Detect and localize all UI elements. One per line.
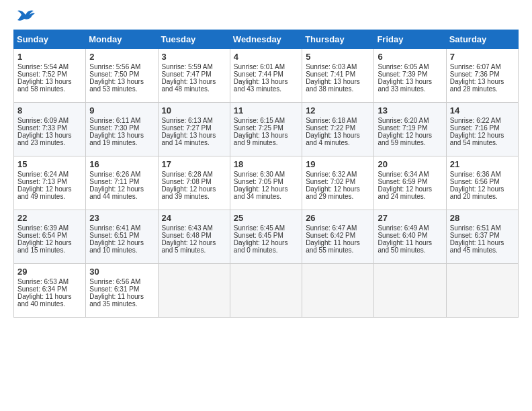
- day-number: 27: [378, 213, 442, 223]
- calendar-cell: 19Sunrise: 6:32 AMSunset: 7:02 PMDayligh…: [302, 156, 374, 210]
- page-header: [13, 13, 519, 23]
- day-number: 14: [450, 105, 515, 116]
- day-number: 5: [306, 52, 370, 62]
- day-number: 28: [450, 213, 515, 223]
- day-number: 13: [378, 105, 442, 116]
- calendar-cell: 1Sunrise: 5:54 AMSunset: 7:52 PMDaylight…: [14, 49, 86, 103]
- day-number: 18: [234, 159, 298, 169]
- calendar-cell: 29Sunrise: 6:53 AMSunset: 6:34 PMDayligh…: [14, 264, 86, 318]
- col-header-friday: Friday: [374, 30, 446, 49]
- col-header-tuesday: Tuesday: [158, 30, 230, 49]
- calendar-cell: 2Sunrise: 5:56 AMSunset: 7:50 PMDaylight…: [86, 49, 158, 103]
- calendar-table: SundayMondayTuesdayWednesdayThursdayFrid…: [13, 30, 519, 318]
- week-row-1: 1Sunrise: 5:54 AMSunset: 7:52 PMDaylight…: [14, 49, 519, 103]
- week-row-2: 8Sunrise: 6:09 AMSunset: 7:33 PMDaylight…: [14, 103, 519, 156]
- calendar-cell: 25Sunrise: 6:45 AMSunset: 6:45 PMDayligh…: [230, 210, 302, 264]
- calendar-cell: 9Sunrise: 6:11 AMSunset: 7:30 PMDaylight…: [86, 103, 158, 156]
- day-number: 6: [378, 52, 442, 62]
- day-number: 7: [450, 52, 515, 62]
- calendar-cell: 28Sunrise: 6:51 AMSunset: 6:37 PMDayligh…: [446, 210, 518, 264]
- calendar-cell: 12Sunrise: 6:18 AMSunset: 7:22 PMDayligh…: [302, 103, 374, 156]
- calendar-cell: 10Sunrise: 6:13 AMSunset: 7:27 PMDayligh…: [158, 103, 230, 156]
- calendar-cell: 23Sunrise: 6:41 AMSunset: 6:51 PMDayligh…: [86, 210, 158, 264]
- day-number: 4: [234, 52, 298, 62]
- day-number: 12: [306, 105, 370, 116]
- calendar-cell: 22Sunrise: 6:39 AMSunset: 6:54 PMDayligh…: [14, 210, 86, 264]
- day-number: 2: [89, 52, 154, 62]
- day-number: 25: [234, 213, 298, 223]
- day-number: 10: [162, 105, 226, 116]
- day-number: 23: [89, 213, 154, 223]
- logo-bird-icon: [15, 8, 36, 23]
- calendar-cell: 30Sunrise: 6:56 AMSunset: 6:31 PMDayligh…: [86, 264, 158, 318]
- day-number: 3: [162, 52, 226, 62]
- calendar-cell: 8Sunrise: 6:09 AMSunset: 7:33 PMDaylight…: [14, 103, 86, 156]
- day-number: 26: [306, 213, 370, 223]
- week-row-5: 29Sunrise: 6:53 AMSunset: 6:34 PMDayligh…: [14, 264, 519, 318]
- calendar-cell: 14Sunrise: 6:22 AMSunset: 7:16 PMDayligh…: [446, 103, 518, 156]
- col-header-saturday: Saturday: [446, 30, 518, 49]
- day-number: 1: [17, 52, 82, 62]
- calendar-cell: 5Sunrise: 6:03 AMSunset: 7:41 PMDaylight…: [302, 49, 374, 103]
- day-number: 9: [89, 105, 154, 116]
- calendar-cell: 27Sunrise: 6:49 AMSunset: 6:40 PMDayligh…: [374, 210, 446, 264]
- calendar-cell: [374, 264, 446, 318]
- day-number: 11: [234, 105, 298, 116]
- day-number: 16: [89, 159, 154, 169]
- calendar-cell: 15Sunrise: 6:24 AMSunset: 7:13 PMDayligh…: [14, 156, 86, 210]
- day-number: 24: [162, 213, 226, 223]
- col-header-wednesday: Wednesday: [230, 30, 302, 49]
- calendar-cell: 13Sunrise: 6:20 AMSunset: 7:19 PMDayligh…: [374, 103, 446, 156]
- day-number: 20: [378, 159, 442, 169]
- calendar-cell: 16Sunrise: 6:26 AMSunset: 7:11 PMDayligh…: [86, 156, 158, 210]
- day-number: 30: [89, 267, 154, 277]
- day-number: 19: [306, 159, 370, 169]
- col-header-sunday: Sunday: [14, 30, 86, 49]
- calendar-cell: 24Sunrise: 6:43 AMSunset: 6:48 PMDayligh…: [158, 210, 230, 264]
- col-header-monday: Monday: [86, 30, 158, 49]
- calendar-cell: 20Sunrise: 6:34 AMSunset: 6:59 PMDayligh…: [374, 156, 446, 210]
- calendar-cell: 18Sunrise: 6:30 AMSunset: 7:05 PMDayligh…: [230, 156, 302, 210]
- calendar-cell: 7Sunrise: 6:07 AMSunset: 7:36 PMDaylight…: [446, 49, 518, 103]
- calendar-cell: 6Sunrise: 6:05 AMSunset: 7:39 PMDaylight…: [374, 49, 446, 103]
- calendar-cell: 3Sunrise: 5:59 AMSunset: 7:47 PMDaylight…: [158, 49, 230, 103]
- day-number: 29: [17, 267, 82, 277]
- day-number: 21: [450, 159, 515, 169]
- day-number: 17: [162, 159, 226, 169]
- calendar-cell: 11Sunrise: 6:15 AMSunset: 7:25 PMDayligh…: [230, 103, 302, 156]
- calendar-cell: 21Sunrise: 6:36 AMSunset: 6:56 PMDayligh…: [446, 156, 518, 210]
- calendar-cell: [446, 264, 518, 318]
- week-row-3: 15Sunrise: 6:24 AMSunset: 7:13 PMDayligh…: [14, 156, 519, 210]
- day-number: 8: [17, 105, 82, 116]
- calendar-cell: [158, 264, 230, 318]
- calendar-cell: 26Sunrise: 6:47 AMSunset: 6:42 PMDayligh…: [302, 210, 374, 264]
- day-number: 22: [17, 213, 82, 223]
- logo: [13, 13, 36, 23]
- calendar-cell: 4Sunrise: 6:01 AMSunset: 7:44 PMDaylight…: [230, 49, 302, 103]
- calendar-cell: 17Sunrise: 6:28 AMSunset: 7:08 PMDayligh…: [158, 156, 230, 210]
- col-header-thursday: Thursday: [302, 30, 374, 49]
- calendar-cell: [302, 264, 374, 318]
- day-number: 15: [17, 159, 82, 169]
- calendar-cell: [230, 264, 302, 318]
- week-row-4: 22Sunrise: 6:39 AMSunset: 6:54 PMDayligh…: [14, 210, 519, 264]
